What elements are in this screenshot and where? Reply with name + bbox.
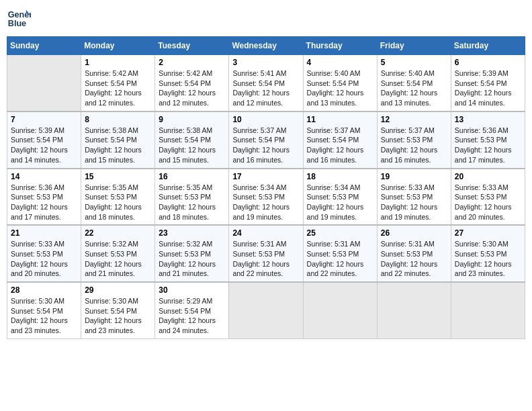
day-info: Sunrise: 5:35 AMSunset: 5:53 PMDaylight:… <box>159 183 225 222</box>
day-info: Sunrise: 5:33 AMSunset: 5:53 PMDaylight:… <box>455 183 521 222</box>
day-info: Sunrise: 5:38 AMSunset: 5:54 PMDaylight:… <box>159 126 225 165</box>
day-info: Sunrise: 5:36 AMSunset: 5:53 PMDaylight:… <box>455 126 521 165</box>
day-number: 7 <box>11 115 77 124</box>
col-header-sunday: Sunday <box>7 37 81 55</box>
day-info: Sunrise: 5:33 AMSunset: 5:53 PMDaylight:… <box>11 239 77 279</box>
day-number: 9 <box>159 115 225 124</box>
calendar-cell: 6Sunrise: 5:39 AMSunset: 5:54 PMDaylight… <box>451 55 525 111</box>
calendar-cell: 15Sunrise: 5:35 AMSunset: 5:53 PMDayligh… <box>81 169 155 226</box>
day-number: 3 <box>232 58 299 67</box>
logo: General Blue <box>7 7 34 31</box>
col-header-thursday: Thursday <box>303 37 377 55</box>
logo-icon: General Blue <box>7 7 31 31</box>
day-info: Sunrise: 5:41 AMSunset: 5:54 PMDaylight:… <box>232 68 299 108</box>
svg-text:Blue: Blue <box>8 19 26 28</box>
calendar-cell: 26Sunrise: 5:31 AMSunset: 5:53 PMDayligh… <box>377 225 451 282</box>
day-info: Sunrise: 5:33 AMSunset: 5:53 PMDaylight:… <box>381 183 447 222</box>
calendar-week-row: 21Sunrise: 5:33 AMSunset: 5:53 PMDayligh… <box>7 225 525 282</box>
calendar-cell: 19Sunrise: 5:33 AMSunset: 5:53 PMDayligh… <box>377 169 451 226</box>
day-number: 10 <box>232 115 299 124</box>
day-number: 24 <box>232 228 299 238</box>
day-number: 1 <box>85 58 151 67</box>
day-number: 14 <box>11 172 77 181</box>
day-info: Sunrise: 5:35 AMSunset: 5:53 PMDaylight:… <box>85 183 151 222</box>
day-number: 21 <box>11 228 77 238</box>
day-number: 19 <box>381 172 447 181</box>
calendar-cell: 16Sunrise: 5:35 AMSunset: 5:53 PMDayligh… <box>155 169 229 226</box>
calendar-cell: 22Sunrise: 5:32 AMSunset: 5:53 PMDayligh… <box>81 225 155 282</box>
day-info: Sunrise: 5:31 AMSunset: 5:53 PMDaylight:… <box>381 239 447 279</box>
day-info: Sunrise: 5:32 AMSunset: 5:53 PMDaylight:… <box>85 239 151 279</box>
calendar-cell: 24Sunrise: 5:31 AMSunset: 5:53 PMDayligh… <box>229 225 303 282</box>
calendar-cell: 8Sunrise: 5:38 AMSunset: 5:54 PMDaylight… <box>81 111 155 169</box>
calendar-header-row: SundayMondayTuesdayWednesdayThursdayFrid… <box>7 37 525 55</box>
day-number: 6 <box>455 58 521 67</box>
day-info: Sunrise: 5:29 AMSunset: 5:54 PMDaylight:… <box>159 296 225 336</box>
col-header-wednesday: Wednesday <box>229 37 303 55</box>
calendar-cell: 27Sunrise: 5:30 AMSunset: 5:53 PMDayligh… <box>451 225 525 282</box>
day-number: 13 <box>455 115 521 124</box>
day-number: 27 <box>455 228 521 238</box>
calendar-cell: 12Sunrise: 5:37 AMSunset: 5:53 PMDayligh… <box>377 111 451 169</box>
day-number: 17 <box>232 172 299 181</box>
page-header: General Blue <box>7 7 525 31</box>
calendar-cell: 2Sunrise: 5:42 AMSunset: 5:54 PMDaylight… <box>155 55 229 111</box>
calendar-cell: 11Sunrise: 5:37 AMSunset: 5:54 PMDayligh… <box>303 111 377 169</box>
calendar-week-row: 14Sunrise: 5:36 AMSunset: 5:53 PMDayligh… <box>7 169 525 226</box>
calendar-cell: 30Sunrise: 5:29 AMSunset: 5:54 PMDayligh… <box>155 282 229 338</box>
calendar-week-row: 28Sunrise: 5:30 AMSunset: 5:54 PMDayligh… <box>7 282 525 338</box>
calendar-week-row: 1Sunrise: 5:42 AMSunset: 5:54 PMDaylight… <box>7 55 525 111</box>
calendar-cell: 23Sunrise: 5:32 AMSunset: 5:53 PMDayligh… <box>155 225 229 282</box>
day-info: Sunrise: 5:40 AMSunset: 5:54 PMDaylight:… <box>307 68 373 108</box>
day-info: Sunrise: 5:30 AMSunset: 5:53 PMDaylight:… <box>455 239 521 279</box>
day-number: 5 <box>381 58 447 67</box>
day-info: Sunrise: 5:38 AMSunset: 5:54 PMDaylight:… <box>85 126 151 165</box>
calendar-cell: 3Sunrise: 5:41 AMSunset: 5:54 PMDaylight… <box>229 55 303 111</box>
day-info: Sunrise: 5:40 AMSunset: 5:54 PMDaylight:… <box>381 68 447 108</box>
calendar-cell <box>377 282 451 338</box>
day-info: Sunrise: 5:37 AMSunset: 5:54 PMDaylight:… <box>307 126 373 165</box>
calendar-cell <box>451 282 525 338</box>
day-info: Sunrise: 5:30 AMSunset: 5:54 PMDaylight:… <box>85 296 151 336</box>
day-number: 23 <box>159 228 225 238</box>
day-info: Sunrise: 5:31 AMSunset: 5:53 PMDaylight:… <box>307 239 373 279</box>
calendar-cell: 7Sunrise: 5:39 AMSunset: 5:54 PMDaylight… <box>7 111 81 169</box>
calendar-cell <box>7 55 81 111</box>
calendar-cell: 10Sunrise: 5:37 AMSunset: 5:54 PMDayligh… <box>229 111 303 169</box>
calendar-cell: 20Sunrise: 5:33 AMSunset: 5:53 PMDayligh… <box>451 169 525 226</box>
day-info: Sunrise: 5:34 AMSunset: 5:53 PMDaylight:… <box>232 183 299 222</box>
day-number: 15 <box>85 172 151 181</box>
col-header-saturday: Saturday <box>451 37 525 55</box>
col-header-tuesday: Tuesday <box>155 37 229 55</box>
day-info: Sunrise: 5:39 AMSunset: 5:54 PMDaylight:… <box>455 68 521 108</box>
calendar-cell: 1Sunrise: 5:42 AMSunset: 5:54 PMDaylight… <box>81 55 155 111</box>
col-header-monday: Monday <box>81 37 155 55</box>
day-number: 30 <box>159 285 225 295</box>
day-number: 2 <box>159 58 225 67</box>
day-info: Sunrise: 5:37 AMSunset: 5:53 PMDaylight:… <box>381 126 447 165</box>
calendar-table: SundayMondayTuesdayWednesdayThursdayFrid… <box>7 36 525 339</box>
calendar-cell: 14Sunrise: 5:36 AMSunset: 5:53 PMDayligh… <box>7 169 81 226</box>
day-number: 25 <box>307 228 373 238</box>
day-info: Sunrise: 5:32 AMSunset: 5:53 PMDaylight:… <box>159 239 225 279</box>
day-number: 29 <box>85 285 151 295</box>
calendar-cell: 21Sunrise: 5:33 AMSunset: 5:53 PMDayligh… <box>7 225 81 282</box>
day-info: Sunrise: 5:34 AMSunset: 5:53 PMDaylight:… <box>307 183 373 222</box>
day-info: Sunrise: 5:42 AMSunset: 5:54 PMDaylight:… <box>159 68 225 108</box>
calendar-cell: 28Sunrise: 5:30 AMSunset: 5:54 PMDayligh… <box>7 282 81 338</box>
day-info: Sunrise: 5:37 AMSunset: 5:54 PMDaylight:… <box>232 126 299 165</box>
calendar-cell: 9Sunrise: 5:38 AMSunset: 5:54 PMDaylight… <box>155 111 229 169</box>
day-info: Sunrise: 5:42 AMSunset: 5:54 PMDaylight:… <box>85 68 151 108</box>
calendar-cell: 17Sunrise: 5:34 AMSunset: 5:53 PMDayligh… <box>229 169 303 226</box>
day-number: 22 <box>85 228 151 238</box>
day-info: Sunrise: 5:31 AMSunset: 5:53 PMDaylight:… <box>232 239 299 279</box>
calendar-cell: 4Sunrise: 5:40 AMSunset: 5:54 PMDaylight… <box>303 55 377 111</box>
calendar-cell: 29Sunrise: 5:30 AMSunset: 5:54 PMDayligh… <box>81 282 155 338</box>
day-info: Sunrise: 5:30 AMSunset: 5:54 PMDaylight:… <box>11 296 77 336</box>
col-header-friday: Friday <box>377 37 451 55</box>
day-info: Sunrise: 5:36 AMSunset: 5:53 PMDaylight:… <box>11 183 77 222</box>
day-number: 11 <box>307 115 373 124</box>
calendar-cell: 13Sunrise: 5:36 AMSunset: 5:53 PMDayligh… <box>451 111 525 169</box>
calendar-cell <box>229 282 303 338</box>
calendar-cell: 25Sunrise: 5:31 AMSunset: 5:53 PMDayligh… <box>303 225 377 282</box>
